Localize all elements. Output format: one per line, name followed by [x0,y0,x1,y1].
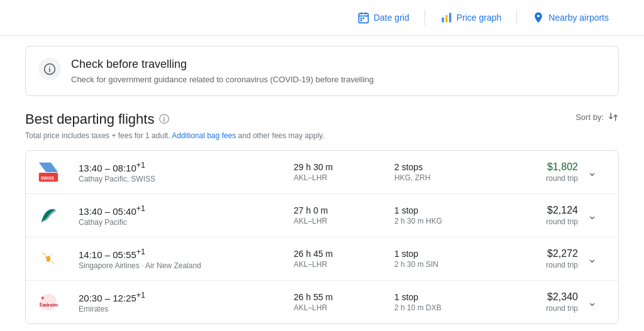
flight-stop-detail: 2 h 30 m HKG [394,217,495,225]
flight-stops: 2 stops [394,162,495,172]
airline-name: Singapore Airlines · Air New Zealand [79,261,294,270]
divider-1 [425,10,425,25]
airline-logo: ✈ Emirates [36,290,61,315]
flight-row[interactable]: SWISS 13:40 – 08:10+1 Cathay Pacific, SW… [26,151,618,194]
svg-point-13 [49,66,50,67]
flight-stops: 1 stop [394,205,495,215]
price-graph-button[interactable]: Price graph [430,6,512,29]
flight-times: 13:40 – 08:10+1 Cathay Pacific, SWISS [74,161,294,183]
flight-stop-detail: 2 h 30 m SIN [394,260,495,269]
airline-logo [36,246,61,271]
date-grid-label: Date grid [374,13,409,23]
flight-duration: 29 h 30 m [294,162,394,172]
airline-name: Cathay Pacific [79,218,294,227]
flight-list: SWISS 13:40 – 08:10+1 Cathay Pacific, SW… [25,150,619,324]
sort-by-label: Sort by: [575,112,604,122]
time-range: 14:10 – 05:55+1 [79,247,294,260]
date-grid-button[interactable]: Date grid [347,6,419,29]
notice-icon [38,58,61,80]
flight-route: AKL–LHR [294,173,394,182]
time-range: 20:30 – 12:25+1 [79,291,294,303]
flight-stop-detail: HKG, ZRH [394,173,495,182]
price-amount: $2,340 [495,291,578,303]
flight-route: AKL–LHR [294,303,394,312]
price-amount: $2,124 [495,205,578,216]
price-label: round trip [495,304,578,313]
top-bar: Date grid Price graph Nearby airports [0,0,644,36]
svg-rect-8 [445,15,447,23]
flight-stops: 1 stop [394,249,495,259]
expand-button[interactable]: ⌄ [583,207,601,224]
main-content: Check before travelling Check for govern… [0,36,644,331]
price-graph-label: Price graph [457,13,502,23]
flight-price-col: $2,272 round trip [495,248,583,269]
svg-text:Emirates: Emirates [40,302,58,308]
price-label: round trip [495,261,578,269]
section-title-text: Best departing flights [25,111,154,128]
svg-rect-4 [360,18,362,19]
svg-rect-5 [363,18,365,19]
expand-button[interactable]: ⌄ [583,250,601,268]
flight-row[interactable]: 14:10 – 05:55+1 Singapore Airlines · Air… [26,237,618,281]
svg-rect-9 [449,13,451,23]
divider-2 [516,10,517,25]
nearby-airports-label: Nearby airports [548,13,609,23]
price-label: round trip [495,217,578,226]
flight-duration-col: 26 h 55 m AKL–LHR [294,292,394,312]
subtitle-start: Total price includes taxes + fees for 1 … [25,131,170,140]
airline-logo: SWISS [36,160,61,185]
sort-by-button[interactable]: Sort by: [575,111,619,122]
info-icon[interactable]: ⓘ [159,113,169,126]
flight-duration-col: 26 h 45 m AKL–LHR [294,249,394,269]
sort-icon [608,111,619,122]
price-label: round trip [495,174,578,183]
notice-description: Check for government guidance related to… [71,75,374,84]
subtitle-end: and other fees may apply. [238,131,325,140]
svg-point-10 [537,14,540,17]
price-graph-icon [440,11,453,24]
section-subtitle: Total price includes taxes + fees for 1 … [25,131,619,140]
flight-duration: 26 h 45 m [294,249,394,259]
flight-price-col: $2,124 round trip [495,205,583,226]
nearby-airports-button[interactable]: Nearby airports [522,6,619,29]
airline-name: Emirates [79,305,294,313]
flight-price-col: $2,340 round trip [495,291,583,313]
flight-duration-col: 27 h 0 m AKL–LHR [294,205,394,225]
additional-bag-fees-link[interactable]: Additional bag fees [172,131,236,140]
flight-times: 14:10 – 05:55+1 Singapore Airlines · Air… [74,247,294,270]
svg-marker-14 [39,163,58,172]
svg-rect-7 [441,18,443,23]
flight-route: AKL–LHR [294,217,394,225]
section-title: Best departing flights ⓘ [25,111,169,128]
time-range: 13:40 – 05:40+1 [79,204,294,217]
airline-logo [36,203,61,228]
flight-stops: 1 stop [394,292,495,302]
calendar-icon [357,11,370,24]
svg-point-17 [47,256,50,262]
expand-button[interactable]: ⌄ [583,293,601,311]
flight-times: 20:30 – 12:25+1 Emirates [74,291,294,313]
airline-name: Cathay Pacific, SWISS [79,175,294,183]
expand-button[interactable]: ⌄ [583,163,601,181]
flight-row[interactable]: 13:40 – 05:40+1 Cathay Pacific 27 h 0 m … [26,194,618,237]
flight-duration: 26 h 55 m [294,292,394,302]
flight-duration: 27 h 0 m [294,205,394,215]
flight-stops-col: 1 stop 2 h 30 m HKG [394,205,495,225]
flight-row[interactable]: ✈ Emirates 20:30 – 12:25+1 Emirates 26 h… [26,281,618,323]
price-amount: $2,272 [495,248,578,259]
flight-stop-detail: 2 h 10 m DXB [394,303,495,312]
flight-stops-col: 2 stops HKG, ZRH [394,162,495,182]
flight-route: AKL–LHR [294,260,394,269]
flight-stops-col: 1 stop 2 h 30 m SIN [394,249,495,269]
notice-box: Check before travelling Check for govern… [25,46,619,96]
flight-stops-col: 1 stop 2 h 10 m DXB [394,292,495,312]
notice-text: Check before travelling Check for govern… [71,58,374,84]
time-range: 13:40 – 08:10+1 [79,161,294,173]
nearby-airports-icon [532,11,545,24]
flights-section-header: Best departing flights ⓘ Sort by: [25,111,619,128]
svg-text:SWISS: SWISS [41,176,55,180]
svg-text:✈: ✈ [41,296,45,300]
svg-rect-6 [360,19,362,21]
flight-price-col: $1,802 round trip [495,161,583,183]
notice-title: Check before travelling [71,58,374,71]
